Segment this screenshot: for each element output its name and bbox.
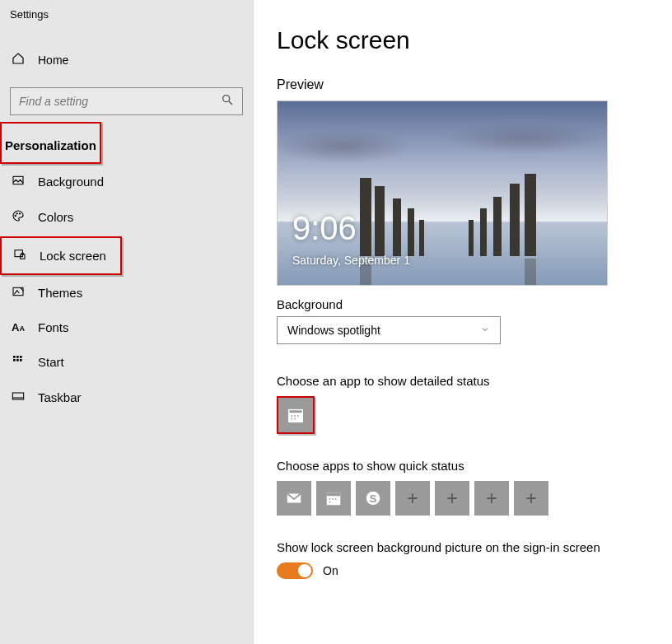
svg-point-5 — [19, 213, 20, 214]
fonts-icon: AA — [10, 321, 26, 334]
quick-status-add-1[interactable]: + — [395, 481, 430, 516]
lock-screen-preview: 9:06 Saturday, September 1 — [277, 100, 608, 286]
themes-icon — [10, 285, 26, 301]
quick-status-add-3[interactable]: + — [474, 481, 509, 516]
chevron-down-icon — [480, 324, 490, 337]
preview-label: Preview — [277, 77, 672, 92]
plus-icon: + — [446, 487, 458, 510]
search-icon — [221, 93, 234, 110]
nav-themes[interactable]: Themes — [0, 275, 253, 310]
nav-colors[interactable]: Colors — [0, 199, 253, 235]
search-input[interactable] — [19, 95, 221, 108]
quick-status-row: S + + + + — [277, 481, 672, 516]
lock-screen-icon — [12, 248, 28, 264]
svg-rect-15 — [12, 393, 23, 399]
nav-home[interactable]: Home — [0, 44, 253, 76]
detailed-status-label: Choose an app to show detailed status — [277, 374, 672, 388]
plus-icon: + — [407, 487, 418, 510]
mail-icon — [285, 489, 303, 507]
nav-taskbar[interactable]: Taskbar — [0, 380, 253, 415]
svg-rect-9 — [13, 356, 16, 358]
signin-picture-toggle[interactable] — [277, 562, 313, 579]
quick-status-add-4[interactable]: + — [514, 481, 548, 516]
nav-label: Taskbar — [38, 390, 82, 404]
quick-status-calendar[interactable] — [316, 481, 351, 516]
svg-point-22 — [297, 415, 299, 417]
svg-rect-13 — [16, 359, 19, 362]
quick-status-add-2[interactable]: + — [435, 481, 469, 516]
nav-fonts[interactable]: AA Fonts — [0, 310, 253, 344]
svg-rect-2 — [13, 176, 23, 184]
calendar-icon — [287, 406, 305, 424]
nav-label: Fonts — [38, 320, 69, 334]
nav-label: Themes — [38, 286, 82, 300]
signin-picture-label: Show lock screen background picture on t… — [277, 540, 672, 554]
svg-rect-11 — [20, 356, 22, 358]
svg-point-30 — [335, 498, 337, 500]
nav-label: Start — [38, 355, 64, 369]
svg-text:S: S — [370, 492, 377, 505]
category-header: Personalization — [2, 130, 100, 161]
svg-rect-12 — [13, 359, 16, 362]
sidebar: Settings Home Personalization Background… — [0, 0, 254, 644]
page-title: Lock screen — [277, 26, 672, 54]
svg-rect-10 — [16, 356, 19, 358]
svg-point-28 — [329, 498, 331, 500]
svg-point-3 — [15, 215, 16, 216]
nav-background[interactable]: Background — [0, 164, 253, 199]
svg-point-29 — [332, 498, 334, 500]
app-title: Settings — [0, 8, 253, 29]
toggle-state: On — [323, 564, 338, 577]
dropdown-value: Windows spotlight — [287, 324, 380, 337]
quick-status-label: Choose apps to show quick status — [277, 459, 672, 473]
nav-home-label: Home — [38, 54, 68, 67]
svg-rect-27 — [327, 493, 341, 497]
svg-point-20 — [292, 415, 293, 417]
svg-point-23 — [292, 418, 293, 420]
nav-label: Colors — [38, 210, 73, 224]
quick-status-skype[interactable]: S — [356, 481, 390, 516]
search-box[interactable] — [10, 87, 243, 115]
calendar-icon — [324, 489, 343, 507]
svg-point-21 — [294, 415, 296, 417]
nav-label: Lock screen — [40, 249, 106, 263]
home-icon — [10, 52, 26, 68]
nav-label: Background — [38, 175, 104, 189]
svg-line-1 — [229, 101, 232, 105]
skype-icon: S — [364, 489, 382, 507]
nav-lock-screen[interactable]: Lock screen — [2, 238, 120, 273]
plus-icon: + — [525, 487, 537, 510]
svg-point-24 — [294, 418, 296, 420]
svg-rect-14 — [20, 359, 22, 362]
svg-point-4 — [16, 213, 17, 214]
image-icon — [10, 174, 26, 189]
palette-icon — [10, 209, 26, 225]
preview-time: 9:06 — [292, 210, 357, 247]
quick-status-mail[interactable] — [277, 481, 311, 516]
svg-point-31 — [329, 502, 331, 503]
background-label: Background — [277, 297, 672, 311]
detailed-status-app[interactable] — [278, 398, 313, 432]
plus-icon: + — [486, 487, 497, 510]
taskbar-icon — [10, 390, 26, 405]
preview-date: Saturday, September 1 — [292, 254, 410, 267]
background-dropdown[interactable]: Windows spotlight — [277, 316, 501, 344]
svg-point-0 — [223, 96, 230, 102]
main-content: Lock screen Preview 9:06 Saturday, Septe… — [254, 0, 672, 644]
start-icon — [10, 354, 26, 370]
nav-start[interactable]: Start — [0, 344, 253, 380]
